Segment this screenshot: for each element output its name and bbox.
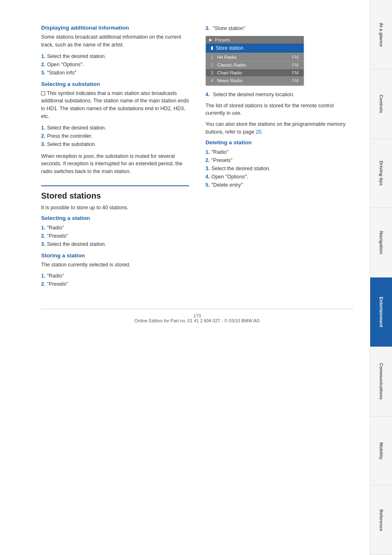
step-item: 3.Select the desired station. [205,164,353,173]
step-item: 1.Select the desired station. [41,124,189,132]
stored-stations-intro: It is possible to store up to 40 station… [41,204,189,212]
section-deleting-station: Deleting a station 1."Radio" 2."Presets"… [205,139,353,189]
note2: You can also store the stations on the p… [205,120,353,136]
sidebar-tab-at-a-glance[interactable]: At a glance [370,0,392,69]
right-step3: 3. "Store station" [205,25,353,32]
presets-store-row: ▮ Store station [206,44,304,53]
step-item: 1."Radio" [205,148,353,156]
step-item: 3.Select the substation. [41,140,189,148]
step-item: 2."Presets" [41,280,189,288]
step-item: 1."Radio" [41,224,189,232]
sidebar-tab-reference[interactable]: Reference [370,486,392,555]
section-title-displaying: Displaying additional information [41,25,189,31]
steps-deleting: 1."Radio" 2."Presets" 3.Select the desir… [205,148,353,189]
steps-storing: 1."Radio" 2."Presets" [41,272,189,288]
right-column: 3. "Store station" ▶ Presets ▮ Store sta… [205,25,353,292]
step3-num: 3. [205,25,210,31]
section-selecting-substation: Selecting a substation This symbol indic… [41,81,189,176]
preset-row-1: 1 Hit Radio FM [206,53,304,61]
note2-prefix: You can also store the stations on the p… [205,121,346,135]
page-footer: 173 Online Edition for Part no. 01 41 2 … [41,309,353,323]
note2-suffix: . [261,129,263,135]
sidebar-tab-controls[interactable]: Controls [370,69,392,139]
preset-num: 1 Hit Radio [211,55,237,60]
substation-note: When reception is poor, the substation i… [41,153,189,176]
preset-num: 4 News Radio [211,78,242,83]
step4-text: Select the desired memory location. [213,92,295,97]
section-title-deleting: Deleting a station [205,139,353,146]
left-column: Displaying additional information Some s… [41,25,189,292]
main-content: Displaying additional information Some s… [0,0,370,555]
presets-screenshot: ▶ Presets ▮ Store station 1 Hit Radio FM… [205,36,304,86]
section-selecting-station: Selecting a station 1."Radio" 2."Presets… [41,215,189,248]
storing-intro: The station currently selected is stored… [41,261,189,269]
section-displaying-additional-info: Displaying additional information Some s… [41,25,189,77]
step-item: 2."Presets" [41,232,189,240]
presets-list: 1 Hit Radio FM 2 Classic Radio FM 3 Char… [206,53,304,86]
store-label: Store station [216,45,243,51]
step-item: 2.Press the controller. [41,132,189,140]
steps-substation: 1.Select the desired station. 2.Press th… [41,124,189,148]
step-item: 3."Station info" [41,69,189,77]
section-title-substation: Selecting a substation [41,81,189,87]
step-item: 3.Select the desired station. [41,240,189,248]
page-number: 173 [41,313,353,318]
steps-displaying: 1.Select the desired station. 2.Open "Op… [41,52,189,77]
copyright: Online Edition for Part no. 01 41 2 604 … [41,318,353,323]
preset-row-4: 4 News Radio FM [206,77,304,85]
preset-num: 3 Chart Radio [211,70,242,75]
right-step4: 4. Select the desired memory location. [205,91,353,99]
substation-symbol-icon [41,91,45,95]
store-icon: ▮ [211,45,213,51]
presets-title-bar: ▶ Presets [206,36,304,44]
section-storing-station: Storing a station The station currently … [41,252,189,289]
presets-title: Presets [215,37,230,42]
note1: The list of stored stations is stored fo… [205,102,353,118]
preset-num: 2 Classic Radio [211,62,246,67]
sidebar-tab-mobility[interactable]: Mobility [370,416,392,486]
step-item: 2.Open "Options". [41,60,189,69]
step-item: 1.Select the desired station. [41,52,189,60]
body-text-substation: This symbol indicates that a main statio… [41,90,189,120]
sidebar-tab-driving-tips[interactable]: Driving tips [370,139,392,208]
step3-label: "Store station" [213,25,245,31]
step-item: 2."Presets" [205,156,353,164]
steps-selecting: 1."Radio" 2."Presets" 3.Select the desir… [41,224,189,248]
sidebar-tab-navigation[interactable]: Navigation [370,208,392,278]
step4-num: 4. [205,92,210,97]
preset-row-2: 2 Classic Radio FM [206,61,304,69]
body-text-displaying: Some stations broadcast additional infor… [41,33,189,49]
sidebar-tab-entertainment[interactable]: Entertainment [370,278,392,347]
step-item: 4.Open "Options". [205,173,353,181]
section-title-storing: Storing a station [41,252,189,259]
note2-page-link[interactable]: 20 [256,129,261,135]
section-title-selecting: Selecting a station [41,215,189,221]
sidebar: At a glance Controls Driving tips Naviga… [370,0,392,555]
step-item: 1."Radio" [41,272,189,280]
sidebar-tab-communications[interactable]: Communications [370,347,392,416]
presets-icon: ▶ [209,37,212,42]
step-item: 5."Delete entry" [205,181,353,189]
preset-row-3: 3 Chart Radio FM [206,69,304,77]
stored-stations-heading: Stored stations [41,185,189,201]
